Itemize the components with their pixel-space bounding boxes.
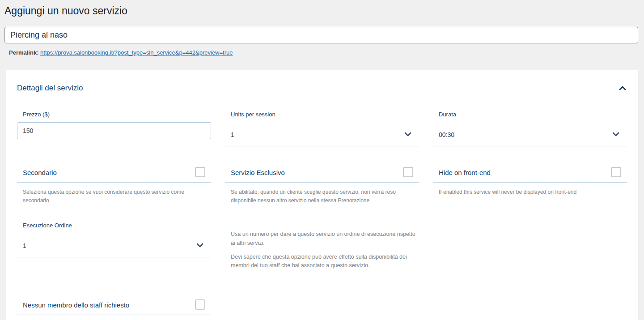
hide-frontend-help: If enabled this service will never be di… xyxy=(433,188,627,196)
panel-collapse-button[interactable] xyxy=(618,85,627,91)
staff-row: Nessun membro dello staff richiesto Ness… xyxy=(17,299,627,320)
exec-order-select[interactable]: 1 xyxy=(17,233,211,257)
price-field: Prezzo ($) xyxy=(17,111,211,146)
secondary-checkbox[interactable] xyxy=(195,167,205,177)
no-staff-field: Nessun membro dello staff richiesto Ness… xyxy=(17,299,211,320)
duration-field: Durata 00:30 xyxy=(433,111,627,146)
secondary-label: Secondario xyxy=(23,169,57,176)
exec-order-help-p1: Usa un numero per dare a questo servizio… xyxy=(231,230,419,247)
hide-frontend-field: Hide on front-end If enabled this servic… xyxy=(433,166,627,205)
duration-select[interactable]: 00:30 xyxy=(433,122,627,146)
order-row: Esecuzione Ordine 1 Usa un numero per da… xyxy=(17,222,627,270)
chevron-up-icon xyxy=(619,86,626,90)
exec-order-select-value: 1 xyxy=(23,242,26,249)
panel-header: Dettagli del servizio xyxy=(17,84,627,93)
no-staff-check-row: Nessun membro dello staff richiesto xyxy=(17,299,211,315)
top-section: Aggiungi un nuovo servizio Permalink: ht… xyxy=(0,0,644,56)
hide-frontend-label: Hide on front-end xyxy=(439,169,491,176)
units-field: Units per session 1 xyxy=(225,111,419,146)
price-input[interactable] xyxy=(17,122,211,139)
checkbox-row: Secondario Seleziona questa opzione se v… xyxy=(17,166,627,205)
units-label: Units per session xyxy=(225,111,419,118)
no-staff-checkbox[interactable] xyxy=(195,299,205,310)
units-select-value: 1 xyxy=(231,131,234,138)
duration-label: Durata xyxy=(433,111,627,118)
service-details-panel: Dettagli del servizio Prezzo ($) Units p… xyxy=(6,70,638,320)
permalink: Permalink: https://prova.salonbooking.it… xyxy=(9,49,638,56)
order-row-spacer xyxy=(433,222,627,270)
chevron-down-icon xyxy=(196,243,203,247)
exclusive-field: Servizio Esclusivo Se abilitato, quando … xyxy=(225,166,419,205)
secondary-check-row: Secondario xyxy=(17,166,211,183)
panel-title: Dettagli del servizio xyxy=(17,84,83,93)
exec-order-help-p2: Devi sapere che questa opzione può avere… xyxy=(231,253,419,270)
hide-frontend-check-row: Hide on front-end xyxy=(433,166,627,183)
staff-row-spacer xyxy=(225,299,419,320)
page-title: Aggiungi un nuovo servizio xyxy=(4,4,638,18)
service-name-input[interactable] xyxy=(4,27,638,43)
chevron-down-icon xyxy=(612,132,619,137)
exclusive-help: Se abilitato, quando un cliente sceglie … xyxy=(225,188,419,205)
exec-order-label: Esecuzione Ordine xyxy=(17,222,211,229)
exclusive-checkbox[interactable] xyxy=(403,167,413,177)
price-label: Prezzo ($) xyxy=(17,111,211,118)
chevron-down-icon xyxy=(404,132,411,137)
fields-row: Prezzo ($) Units per session 1 Durata 00… xyxy=(17,111,627,146)
permalink-link[interactable]: https://prova.salonbooking.it/?post_type… xyxy=(40,49,233,56)
secondary-field: Secondario Seleziona questa opzione se v… xyxy=(17,166,211,205)
secondary-help: Seleziona questa opzione se vuoi conside… xyxy=(17,188,211,205)
exclusive-check-row: Servizio Esclusivo xyxy=(225,166,419,183)
exclusive-label: Servizio Esclusivo xyxy=(231,169,285,176)
permalink-label: Permalink: xyxy=(9,49,38,56)
duration-select-value: 00:30 xyxy=(439,131,454,138)
hide-frontend-checkbox[interactable] xyxy=(611,167,621,177)
exec-order-field: Esecuzione Ordine 1 xyxy=(17,222,211,270)
staff-row-spacer xyxy=(433,299,627,320)
exec-order-help: Usa un numero per dare a questo servizio… xyxy=(225,222,419,270)
units-select[interactable]: 1 xyxy=(225,122,419,146)
no-staff-label: Nessun membro dello staff richiesto xyxy=(23,301,129,309)
